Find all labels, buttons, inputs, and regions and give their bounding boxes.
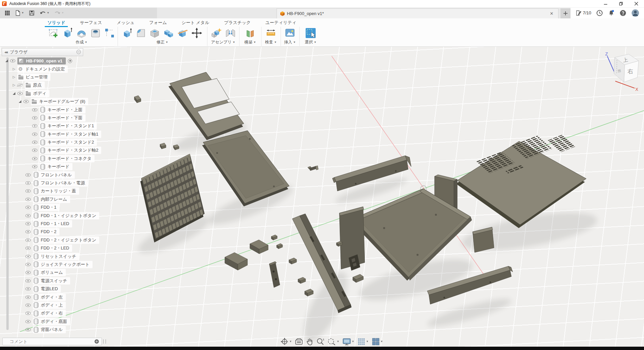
expander-icon[interactable]: ▷: [13, 75, 15, 79]
tab-mesh[interactable]: メッシュ: [117, 20, 134, 26]
tree-item[interactable]: ジョイスティックポート: [2, 260, 102, 269]
tab-plastic[interactable]: プラスチック: [224, 20, 251, 26]
view-cube[interactable]: Z X 上 右 前: [601, 50, 644, 92]
visibility-eye-icon[interactable]: [25, 238, 31, 242]
tree-item[interactable]: キーボード・スタンド2: [2, 138, 102, 146]
visibility-eye-icon[interactable]: [17, 83, 23, 87]
visibility-eye-icon[interactable]: [32, 133, 37, 136]
visibility-eye-icon[interactable]: [10, 59, 15, 62]
close-button[interactable]: [629, 0, 644, 7]
activate-component-icon[interactable]: [68, 59, 72, 63]
tab-solid[interactable]: ソリッド: [47, 20, 65, 26]
tree-item[interactable]: カートリッジ・蓋: [2, 187, 102, 195]
app-grid-menu-icon[interactable]: [3, 10, 11, 16]
tree-item[interactable]: 背面パネル: [2, 326, 102, 334]
measure-icon[interactable]: [266, 28, 276, 38]
visibility-eye-icon[interactable]: [25, 222, 31, 225]
tree-item[interactable]: キーボードグループ (8): [2, 98, 102, 106]
close-document-icon[interactable]: ✕: [548, 11, 555, 16]
job-status-button[interactable]: [596, 10, 603, 16]
insert-canvas-icon[interactable]: [285, 28, 295, 38]
tree-item[interactable]: ボリューム: [2, 269, 102, 277]
tree-item[interactable]: FDD・1: [2, 203, 102, 211]
visibility-eye-icon[interactable]: [25, 198, 31, 201]
split-body-icon[interactable]: [177, 28, 188, 38]
select-icon[interactable]: [305, 28, 316, 38]
tree-item[interactable]: FDD・2・LED: [2, 244, 102, 252]
pattern-icon[interactable]: [104, 28, 115, 38]
press-pull-icon[interactable]: [123, 28, 133, 38]
tree-item[interactable]: ボディ: [2, 90, 102, 98]
visibility-eye-icon[interactable]: [32, 149, 37, 152]
tree-item[interactable]: FDD・2・イジェクトボタン: [2, 236, 102, 244]
help-button[interactable]: [620, 10, 626, 16]
model-keyboard-connector[interactable]: [308, 166, 318, 171]
group-label-create[interactable]: 作成▼: [76, 39, 88, 46]
model-small-part[interactable]: [134, 96, 141, 103]
visibility-eye-icon[interactable]: [25, 287, 31, 291]
tree-item[interactable]: キーボード・下面: [2, 114, 102, 122]
look-at-button[interactable]: [295, 338, 303, 345]
edits-remaining-badge[interactable]: 7/10: [576, 10, 591, 16]
visibility-eye-icon[interactable]: [23, 100, 29, 103]
add-comment-icon[interactable]: [95, 339, 99, 344]
tab-sheet-metal[interactable]: シート メタル: [182, 20, 209, 26]
minimize-button[interactable]: [598, 0, 613, 7]
visibility-eye-icon[interactable]: [32, 141, 37, 144]
group-label-insert[interactable]: 挿入▼: [284, 39, 296, 46]
tab-utilities[interactable]: ユーティリティ: [266, 20, 297, 26]
revolve-icon[interactable]: [76, 28, 87, 38]
tree-item[interactable]: FDD・2: [2, 228, 102, 236]
zoom-button[interactable]: ±: [316, 338, 324, 346]
visibility-eye-icon[interactable]: [25, 279, 31, 283]
user-avatar[interactable]: [631, 9, 639, 17]
extrude-icon[interactable]: [63, 27, 73, 39]
tree-item[interactable]: ボディ・底面: [2, 318, 102, 326]
move-copy-icon[interactable]: [191, 28, 202, 38]
restore-button[interactable]: [613, 0, 629, 7]
display-settings-button[interactable]: ▼: [342, 338, 354, 346]
create-sketch-icon[interactable]: [48, 27, 59, 39]
expander-icon[interactable]: [13, 92, 15, 95]
visibility-eye-icon[interactable]: [25, 181, 31, 185]
fillet-icon[interactable]: [136, 28, 146, 38]
visibility-eye-icon[interactable]: [25, 173, 31, 177]
collapse-panel-icon[interactable]: ◀◀: [4, 51, 7, 54]
visibility-eye-icon[interactable]: [32, 108, 37, 112]
combine-icon[interactable]: [163, 28, 174, 38]
visibility-eye-icon[interactable]: [25, 328, 31, 331]
zoom-window-button[interactable]: ▼: [327, 338, 339, 346]
model-front-bezel[interactable]: [169, 72, 244, 140]
joint-icon[interactable]: [225, 28, 236, 38]
tree-item[interactable]: ボディ・左: [2, 293, 102, 301]
construction-plane-icon[interactable]: [245, 28, 255, 38]
document-tab[interactable]: HB-F900_open v1* ✕: [277, 8, 558, 18]
tree-item[interactable]: フロントパネル: [2, 171, 102, 179]
tree-item[interactable]: ▷⚙ドキュメントの設定: [2, 65, 102, 73]
model-keyboard-stands[interactable]: [160, 143, 179, 150]
group-label-assembly[interactable]: アセンブリ▼: [211, 39, 235, 46]
tree-item[interactable]: ▷原点: [2, 81, 102, 89]
tab-surface[interactable]: サーフェス: [80, 20, 102, 26]
tree-root-item[interactable]: HB-F900_open v1: [2, 57, 102, 65]
visibility-eye-icon[interactable]: [25, 271, 31, 274]
tree-item[interactable]: キーボード・スタンド軸1: [2, 130, 102, 138]
save-button[interactable]: [27, 9, 36, 17]
file-menu-button[interactable]: ▼: [13, 9, 25, 17]
shell-icon[interactable]: [149, 28, 160, 38]
tree-item[interactable]: FDD・1・イジェクトボタン: [2, 211, 102, 219]
tree-item[interactable]: キーボード・スタンド1: [2, 122, 102, 130]
expander-icon[interactable]: ▷: [13, 67, 15, 71]
group-label-inspect[interactable]: 検査▼: [265, 39, 277, 46]
tree-item[interactable]: リセットスイッチ: [2, 252, 102, 260]
visibility-eye-icon[interactable]: [25, 214, 31, 217]
group-label-select[interactable]: 選択▼: [305, 39, 317, 46]
visibility-eye-icon[interactable]: [25, 255, 31, 258]
visibility-eye-icon[interactable]: [25, 312, 31, 315]
tree-item[interactable]: ボディ・右: [2, 309, 102, 317]
tree-item[interactable]: キーボード・コネクタ: [2, 155, 102, 163]
visibility-eye-icon[interactable]: [25, 189, 31, 193]
expander-icon[interactable]: ▷: [13, 83, 15, 87]
tree-item[interactable]: FDD・1・LED: [2, 220, 102, 228]
tree-item[interactable]: 電源スイッチ: [2, 277, 102, 285]
